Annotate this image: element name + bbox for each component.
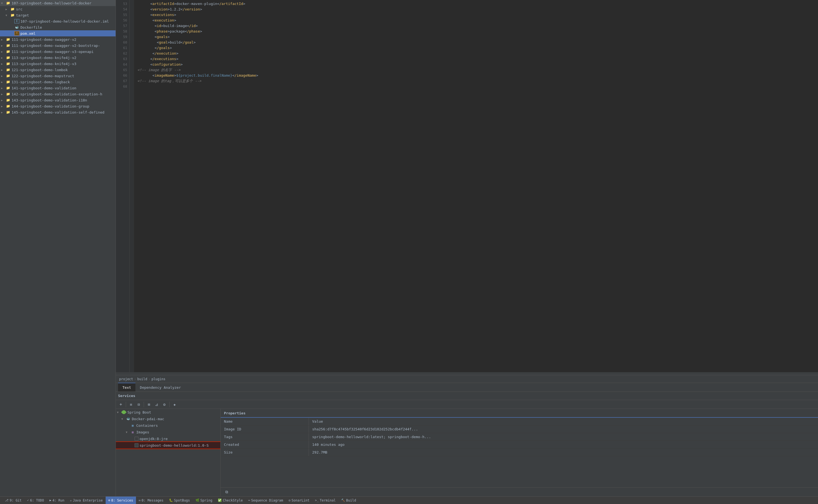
messages-icon: ✉	[139, 498, 141, 502]
status-item-git[interactable]: ⎇9: Git	[2, 497, 24, 504]
image-checkbox[interactable]	[135, 437, 138, 441]
terminal-icon: >_	[315, 498, 319, 502]
containers-icon: ▦	[130, 423, 135, 428]
svc-item-springboot-img[interactable]: springboot-demo-helloworld:1.0-S	[116, 442, 220, 449]
status-label-spring: Spring	[201, 498, 212, 502]
prop-actions: ⧉	[221, 487, 818, 496]
breadcrumb: project › build › plugins	[116, 375, 818, 383]
line-number: 53	[116, 1, 129, 7]
prop-copy-button[interactable]: ⧉	[223, 488, 231, 496]
folder-closed-arrow	[1, 105, 6, 108]
properties-table: Name Value Image IDsha256:d7f8c4745bf325…	[221, 418, 818, 487]
status-item-messages[interactable]: ✉0: Messages	[136, 497, 166, 504]
tree-item-145-validation-self[interactable]: 📁145-springboot-demo-validation-self-def…	[0, 109, 116, 115]
filter-button[interactable]: ⊿	[153, 401, 160, 408]
tab-dependency[interactable]: Dependency Analyzer	[135, 383, 185, 392]
folder-icon: 📁	[6, 80, 10, 84]
tree-item-144-validation-group[interactable]: 📁144-springboot-demo-validation-group	[0, 103, 116, 109]
svc-item-spring-boot[interactable]: Spring Boot	[116, 409, 220, 415]
tree-item-dockerfile[interactable]: 🐋Dockerfile	[0, 24, 116, 30]
horizontal-scrollbar[interactable]	[116, 372, 818, 375]
folder-icon: 📁	[10, 7, 15, 11]
tree-item-143-validation-i18n[interactable]: 📁143-springboot-demo-validation-i18n	[0, 97, 116, 103]
tree-item-label: 121-springboot-demo-lombok	[12, 68, 68, 72]
image-checkbox[interactable]	[135, 443, 138, 447]
folder-open-arrow	[6, 14, 10, 17]
tree-item-107-folder[interactable]: 📁107-springboot-demo-helloworld-docker	[0, 0, 116, 6]
prop-value: sha256:d7f8c4745bf32540f6d23d102d252bcdb…	[309, 425, 818, 433]
tree-item-121-lombok[interactable]: 📁121-springboot-demo-lombok	[0, 67, 116, 73]
code-line-59: <goals>	[137, 34, 818, 40]
breadcrumb-item-project[interactable]: project	[119, 377, 133, 381]
tree-item-131-logback[interactable]: 📁131-springboot-demo-logback	[0, 79, 116, 85]
line-numbers: 53545556575859606162636465666768	[116, 0, 130, 372]
tree-item-111-v3[interactable]: 📁111-springboot-demo-swagger-v3-openapi	[0, 49, 116, 55]
prop-row: Image IDsha256:d7f8c4745bf32540f6d23d102…	[221, 425, 818, 433]
collapse-all-button[interactable]: ≡	[128, 401, 134, 408]
status-item-build[interactable]: 🔨Build	[338, 497, 359, 504]
folder-open-arrow	[1, 2, 6, 5]
tree-item-iml[interactable]: I107-springboot-demo-helloworld-docker.i…	[0, 18, 116, 24]
tree-item-label: 107-springboot-demo-helloworld-docker.im…	[20, 19, 109, 23]
expand-all-button[interactable]: ⊟	[135, 401, 142, 408]
svc-item-images[interactable]: ▦Images	[116, 429, 220, 435]
tree-item-141-validation[interactable]: 📁141-springboot-demo-validation	[0, 85, 116, 91]
prop-name: Tags	[221, 433, 309, 441]
line-number: 62	[116, 51, 129, 56]
tree-item-113-knife4j-v3[interactable]: 📁113-springboot-demo-knife4j-v3	[0, 61, 116, 67]
tree-item-label: target	[16, 13, 29, 17]
code-gutter	[130, 0, 134, 372]
svc-item-containers[interactable]: ▦Containers	[116, 422, 220, 429]
dockerfile-icon: 🐋	[14, 25, 19, 30]
status-item-run[interactable]: ▶4: Run	[47, 497, 67, 504]
svc-item-docker-pdai[interactable]: 🐳Docker-pdai-mac	[116, 415, 220, 422]
folder-closed-arrow	[1, 50, 6, 53]
folder-closed-arrow	[1, 44, 6, 47]
status-item-spring[interactable]: 🌿Spring	[193, 497, 215, 504]
status-item-services[interactable]: ⚙8: Services	[106, 497, 136, 504]
line-number: 59	[116, 34, 129, 40]
status-item-sequence[interactable]: ↔Sequence Diagram	[245, 497, 286, 504]
group-button[interactable]: ⊞	[146, 401, 152, 408]
code-line-63: </executions>	[137, 56, 818, 62]
prop-row: Tagsspringboot-demo-helloworld:latest; s…	[221, 433, 818, 441]
code-content[interactable]: <artifactId>docker-maven-plugin</artifac…	[134, 0, 818, 372]
status-item-sonarlint[interactable]: ◎SonarLint	[286, 497, 312, 504]
status-item-java-enterprise[interactable]: ☕Java Enterprise	[67, 497, 106, 504]
tree-item-pom[interactable]: Mpom.xml	[0, 30, 116, 36]
svc-item-openjdk[interactable]: openjdk:8-jre	[116, 435, 220, 442]
code-line-54: <version>1.2.2</version>	[137, 7, 818, 12]
tree-item-target[interactable]: 📁target	[0, 12, 116, 18]
add-service-button[interactable]: +	[117, 401, 124, 408]
tree-item-111-v2[interactable]: 📁111-springboot-demo-swagger-v2	[0, 36, 116, 42]
tree-item-122-mapstruct[interactable]: 📁122-springboot-demo-mapstruct	[0, 73, 116, 79]
add-config-button[interactable]: ✚	[171, 401, 178, 408]
code-line-60: <goal>build</goal>	[137, 40, 818, 45]
status-item-terminal[interactable]: >_Terminal	[312, 497, 338, 504]
breadcrumb-sep-1: ›	[134, 377, 136, 381]
svc-item-label: Containers	[136, 423, 158, 428]
svc-item-label: springboot-demo-helloworld:1.0-S	[140, 443, 208, 447]
prop-header-name: Name	[221, 418, 309, 425]
editor-area: 53545556575859606162636465666768 <artifa…	[116, 0, 818, 496]
status-item-todo[interactable]: ✓6: TODO	[24, 497, 47, 504]
folder-icon: 📁	[6, 37, 10, 42]
code-line-56: <execution>	[137, 18, 818, 23]
services-content: Spring Boot🐳Docker-pdai-mac▦Containers▦I…	[116, 409, 818, 496]
code-line-53: <artifactId>docker-maven-plugin</artifac…	[137, 1, 818, 7]
tree-item-src[interactable]: 📁src	[0, 6, 116, 12]
status-item-spotbugs[interactable]: 🐛SpotBugs	[166, 497, 193, 504]
line-number: 67	[116, 78, 129, 84]
status-item-checkstyle[interactable]: ✅CheckStyle	[215, 497, 245, 504]
main-area: 📁107-springboot-demo-helloworld-docker📁s…	[0, 0, 818, 496]
breadcrumb-item-build[interactable]: build	[137, 377, 147, 381]
settings-button[interactable]: ⚙	[161, 401, 168, 408]
status-label-checkstyle: CheckStyle	[223, 498, 243, 502]
services-title: Services	[118, 394, 135, 398]
services-tree: Spring Boot🐳Docker-pdai-mac▦Containers▦I…	[116, 409, 221, 496]
tree-item-111-v2-bs[interactable]: 📁111-springboot-demo-swagger-v2-bootstra…	[0, 42, 116, 49]
tab-text[interactable]: Text	[118, 383, 135, 392]
tree-item-113-knife4j-v2[interactable]: 📁113-springboot-demo-knife4j-v2	[0, 55, 116, 61]
breadcrumb-item-plugins[interactable]: plugins	[151, 377, 165, 381]
tree-item-142-validation-ex[interactable]: 📁142-springboot-demo-validation-exceptio…	[0, 91, 116, 97]
